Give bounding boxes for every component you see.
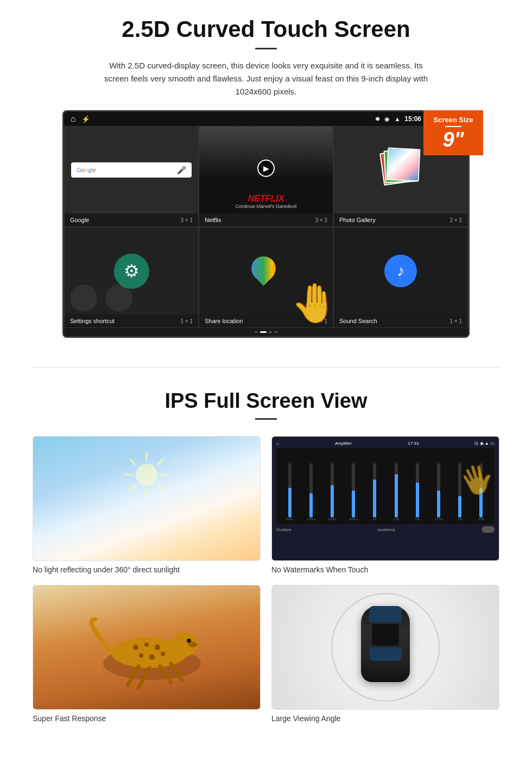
shadow-circle-2 [105,285,132,312]
eq-bar-60: 60hz [280,463,300,521]
svg-point-15 [149,654,155,660]
amp-footer: Custom loudness [276,526,495,533]
share-label: Share location [205,318,243,324]
amp-custom-btn[interactable]: Custom [276,527,292,532]
watermarks-caption: No Watermarks When Touch [271,565,499,574]
sunlight-bg [33,437,260,560]
bluetooth-icon: ✱ [375,116,380,123]
shadow-circle-1 [70,285,97,312]
netflix-play-button[interactable]: ▶ [257,160,275,177]
cheetah-bg [33,585,260,709]
amp-home-icon: ⌂ [276,441,279,446]
car-image [271,585,499,710]
page-dot-2 [260,331,267,333]
home-icon[interactable]: ⌂ [71,114,76,124]
settings-tile-inner: ⚙ [65,228,198,314]
google-mic-icon[interactable]: 🎤 [177,166,186,174]
car-caption: Large Viewing Angle [271,714,499,723]
google-logo: Google [77,167,96,173]
cheetah-cell: Super Fast Response [33,585,261,723]
netflix-subtitle: Continue Marvel's Daredevil [204,204,328,209]
sunlight-image [33,436,261,561]
svg-line-6 [157,484,163,490]
amplifier-image: ⌂ Amplifier 17:33 ⊡ ◉ ▲ ▭ 60hz 1 [271,436,499,561]
app-grid: Google 🎤 Google 3 × 1 ▶ [64,126,468,328]
cheetah-image [33,585,261,710]
eq-bar-12-5k: 12.5k [428,463,448,521]
settings-gear-icon: ⚙ [124,261,140,281]
svg-line-8 [130,484,136,490]
page-dot-4 [274,331,277,333]
svg-point-0 [136,464,157,485]
usb-icon: ⚡ [81,115,90,123]
gallery-label: Photo Gallery [339,217,376,223]
section-ips: IPS Full Screen View [0,384,532,739]
eq-bar-10k: 10k [407,463,427,521]
badge-divider [445,126,461,127]
sound-icon-circle: ♪ [384,255,417,287]
settings-size: 1 × 1 [180,318,193,324]
sun-rays-svg [114,447,179,513]
amp-time: 17:33 [408,441,419,446]
google-label: Google [70,217,89,223]
svg-point-16 [161,652,165,656]
car-roof [372,624,399,646]
netflix-label: Netflix [205,217,221,223]
google-tile[interactable]: Google 🎤 Google 3 × 1 [64,126,199,227]
svg-point-11 [133,645,138,650]
car-body [361,606,410,682]
photo-stack [379,148,422,192]
android-device: ⌂ ⚡ ✱ ◉ ▲ 15:06 ⊡ 🔊 ✕ ▭ [62,110,470,338]
eq-bar-100: 100hz [301,463,321,521]
netflix-logo: NETFLIX [204,194,328,204]
google-label-row: Google 3 × 1 [65,213,198,226]
eq-bar-2-5k: 2.5k [386,463,406,521]
section2-divider [255,418,277,420]
sound-note-icon: ♪ [397,262,404,280]
image-grid: No light reflecting under 360° direct su… [33,436,499,723]
status-bar: ⌂ ⚡ ✱ ◉ ▲ 15:06 ⊡ 🔊 ✕ ▭ [64,112,468,126]
section1-title: 2.5D Curved Touch Screen [33,16,499,42]
gallery-label-row: Photo Gallery 2 × 2 [334,213,467,226]
settings-label-row: Settings shortcut 1 × 1 [65,314,198,327]
share-tile-inner: 🤚 [199,228,333,314]
svg-point-14 [139,653,143,658]
svg-line-7 [157,459,163,465]
badge-size: 9" [432,129,474,150]
badge-title: Screen Size [432,116,474,124]
car-view-container [353,602,418,693]
sunlight-caption: No light reflecting under 360° direct su… [33,565,261,574]
page-separator [33,367,499,368]
screen-size-badge: Screen Size 9" [423,110,483,155]
netflix-tile[interactable]: ▶ NETFLIX Continue Marvel's Daredevil Ne… [199,126,333,227]
amplifier-cell: ⌂ Amplifier 17:33 ⊡ ◉ ▲ ▭ 60hz 1 [271,436,499,574]
cheetah-svg [54,593,239,702]
settings-icon-bg: ⚙ [114,254,149,289]
sunlight-cell: No light reflecting under 360° direct su… [33,436,261,574]
amp-toggle[interactable] [482,526,495,533]
eq-bar-1k: 1k [365,463,385,521]
settings-label: Settings shortcut [70,318,115,324]
gallery-size: 2 × 2 [449,217,462,223]
section1-divider [255,48,277,49]
google-search-bar[interactable]: Google 🎤 [71,162,191,178]
section2-title: IPS Full Screen View [33,389,499,413]
section1-description: With 2.5D curved-display screen, this de… [98,59,434,98]
page-dot-1 [255,331,258,333]
svg-line-5 [130,459,136,465]
google-tile-inner: Google 🎤 [65,127,198,213]
svg-point-13 [155,645,160,650]
car-windshield [369,606,402,622]
sound-search-tile[interactable]: ♪ Sound Search 1 × 1 [333,227,468,328]
amp-icons: ⊡ ◉ ▲ ▭ [474,441,495,446]
section-curved-screen: 2.5D Curved Touch Screen With 2.5D curve… [0,0,532,351]
netflix-label-row: Netflix 3 × 2 [199,213,333,226]
settings-tile[interactable]: ⚙ Settings shortcut 1 × 1 [64,227,199,328]
eq-bar-200: 200hz [322,463,342,521]
svg-point-12 [144,642,149,647]
amp-title: Amplifier [335,441,352,446]
hand-gesture-icon: 🤚 [291,281,338,325]
share-location-tile[interactable]: 🤚 Share location 1 × 1 [199,227,333,328]
location-icon: ◉ [384,116,390,123]
sound-label: Sound Search [339,318,377,324]
